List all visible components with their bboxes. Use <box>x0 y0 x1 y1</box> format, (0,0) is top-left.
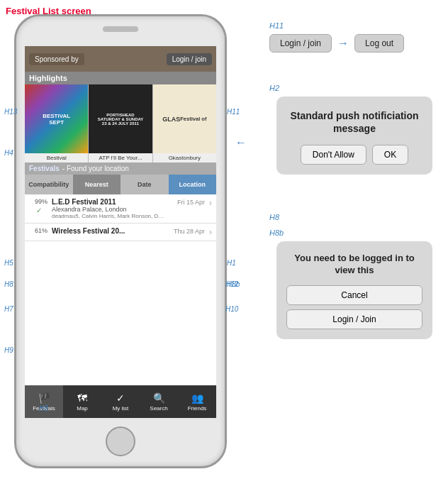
h11-section-label: H11 <box>269 21 284 30</box>
led-date: Fri 15 Apr <box>177 199 205 206</box>
bottom-nav: 🏴 Festivals 🗺 Map ✓ My list 🔍 Search 👥 F… <box>25 385 216 418</box>
festival-card-glastonbury[interactable]: GLASFestival of Gkastonbury <box>153 84 216 163</box>
ok-button[interactable]: OK <box>372 145 408 165</box>
wireless-arrow-icon: › <box>209 227 212 237</box>
wireless-date: Thu 28 Apr <box>174 228 205 235</box>
h2-left-arrow-icon: ← <box>235 136 247 149</box>
wireless-percentage: 61% <box>30 227 47 234</box>
login-join-button[interactable]: Login / join <box>167 53 212 65</box>
search-icon: 🔍 <box>153 392 165 404</box>
bestival-label: Bestival <box>25 153 88 163</box>
led-percentage: 99% <box>30 198 47 205</box>
h11-logout-button[interactable]: Log out <box>354 34 404 53</box>
h8b-buttons: Cancel Login / Join <box>286 285 422 329</box>
annotation-h9: H9 <box>4 346 13 354</box>
arrow-right-icon: → <box>337 37 349 50</box>
mylist-icon: ✓ <box>116 392 125 404</box>
h11-row: Login / join → Log out <box>269 34 404 53</box>
screen-header: Sponsored by Login / join <box>25 46 216 72</box>
nav-search-label: Search <box>150 405 167 412</box>
annotation-h1a: H1 <box>227 259 236 267</box>
filter-compatibility[interactable]: Compatibility <box>25 175 73 194</box>
nav-mylist-label: My list <box>113 405 129 412</box>
h8b-section-label: H8b <box>269 229 284 237</box>
annotation-h5: H5 <box>4 259 13 267</box>
bestival-image: BESTIVALSEPT <box>25 84 88 153</box>
sponsored-badge: Sponsored by <box>29 53 84 65</box>
annotation-h10: H10 <box>225 305 238 313</box>
festival-item-led[interactable]: 99% ✓ L.E.D Festival 2011 Fri 15 Apr Ale… <box>25 194 216 224</box>
annotation-h12: H12 <box>225 280 238 288</box>
wireless-name: Wireless Festival 20... <box>52 227 125 235</box>
annotation-h8side: H8 <box>4 280 13 288</box>
festival-cards-container: BESTIVALSEPT Bestival PORTISHEADSATURDAY… <box>25 84 216 163</box>
festivals-label: Festivals <box>29 165 60 172</box>
h8b-login-required-box: You need to be logged in to view this Ca… <box>276 241 432 339</box>
h8b-title: You need to be logged in to view this <box>286 253 422 277</box>
filter-location[interactable]: Location <box>169 175 217 194</box>
h8b-login-join-button[interactable]: Login / Join <box>286 309 422 329</box>
nav-festivals[interactable]: 🏴 Festivals <box>25 385 63 418</box>
phone-frame: Sponsored by Login / join Highlights BES… <box>14 14 227 468</box>
filter-date[interactable]: Date <box>121 175 169 194</box>
festival-item-wireless[interactable]: 61% Wireless Festival 20... Thu 28 Apr › <box>25 224 216 241</box>
festivals-icon: 🏴 <box>38 392 50 404</box>
phone-screen: Sponsored by Login / join Highlights BES… <box>25 46 216 418</box>
festival-card-bestival[interactable]: BESTIVALSEPT Bestival <box>25 84 89 163</box>
led-name: L.E.D Festival 2011 <box>52 198 116 206</box>
annotation-h4: H4 <box>4 149 13 157</box>
festival-card-portishead[interactable]: PORTISHEADSATURDAY & SUNDAY23 & 24 JULY … <box>89 84 152 163</box>
annotation-h3: H3 <box>39 404 48 412</box>
friends-icon: 👥 <box>191 392 203 404</box>
wireless-info: Wireless Festival 20... Thu 28 Apr <box>52 227 205 235</box>
h2-notification-title: Standard push notificiation message <box>288 109 421 135</box>
festival-list: 99% ✓ L.E.D Festival 2011 Fri 15 Apr Ale… <box>25 194 216 241</box>
location-found-text: - Found your location <box>62 165 129 172</box>
glastonbury-image: GLASFestival of <box>153 84 216 153</box>
h11-login-join-button[interactable]: Login / join <box>269 34 332 53</box>
led-venue: Alexandra Palace, London <box>52 206 205 213</box>
h2-buttons: Don't Allow OK <box>288 145 421 165</box>
led-artists: deadmau5, Calvin Harris, Mark Ronson, DJ… <box>52 213 165 219</box>
nav-friends[interactable]: 👥 Friends <box>178 385 216 418</box>
location-bar: Festivals - Found your location <box>25 163 216 175</box>
nav-friends-label: Friends <box>188 405 207 412</box>
nav-search[interactable]: 🔍 Search <box>140 385 178 418</box>
filter-bar: Compatibility Nearest Date Location <box>25 175 216 194</box>
led-arrow-icon: › <box>209 198 212 208</box>
nav-map-label: Map <box>77 405 88 412</box>
filter-nearest[interactable]: Nearest <box>73 175 121 194</box>
nav-map[interactable]: 🗺 Map <box>63 385 101 418</box>
h2-section-label: H2 <box>269 84 279 92</box>
nav-mylist[interactable]: ✓ My list <box>101 385 140 418</box>
portishead-image: PORTISHEADSATURDAY & SUNDAY23 & 24 JULY … <box>89 84 152 153</box>
cancel-button[interactable]: Cancel <box>286 285 422 305</box>
highlights-bar: Highlights <box>25 72 216 84</box>
h8-section-label: H8 <box>269 213 279 221</box>
portishead-label: ATP I'll Be Your... <box>89 153 152 163</box>
led-info: L.E.D Festival 2011 Fri 15 Apr Alexandra… <box>52 198 205 219</box>
annotation-h7: H7 <box>4 305 13 313</box>
h2-push-notification-box: Standard push notificiation message Don'… <box>276 97 432 175</box>
glastonbury-label: Gkastonbury <box>153 153 216 163</box>
phone-home-button[interactable] <box>106 426 135 456</box>
annotation-h13: H13 <box>4 108 17 116</box>
phone-speaker <box>103 26 138 32</box>
map-icon: 🗺 <box>77 392 87 404</box>
dont-allow-button[interactable]: Don't Allow <box>301 145 366 165</box>
annotation-h11side: H11 <box>227 108 240 116</box>
led-check-icon: ✓ <box>36 207 42 214</box>
